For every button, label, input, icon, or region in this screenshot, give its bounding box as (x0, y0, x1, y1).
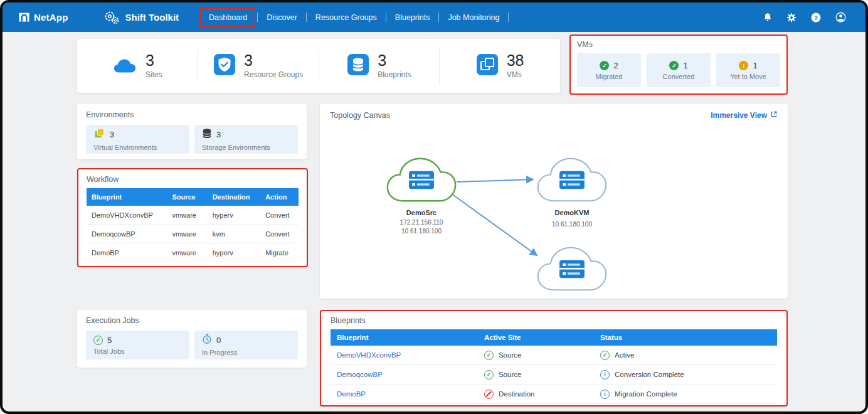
virtual-environments-stat: 3 Virtual Environments (86, 125, 189, 154)
shield-check-icon (213, 53, 236, 78)
blueprints-table: Blueprint Active Site Status DemoVHDXcon… (331, 329, 777, 404)
external-window-icon (770, 110, 778, 120)
vms-panel: VMs ✓ 2 Migrated ✓ 1 Converted ! 1 (569, 34, 788, 95)
virtual-env-count: 3 (110, 130, 114, 139)
brand-name: NetApp (34, 12, 68, 23)
notifications-bell-icon[interactable] (763, 12, 773, 23)
blueprint-link[interactable]: DemoBP (337, 390, 366, 398)
vms-count: 38 (507, 53, 524, 68)
clock-icon (202, 334, 212, 346)
total-jobs-count: 5 (107, 336, 112, 345)
col-status: Status (594, 329, 777, 346)
virtual-env-label: Virtual Environments (93, 144, 157, 151)
warning-circle-icon: ! (739, 61, 748, 70)
check-circle-icon: ✓ (93, 336, 103, 345)
help-icon[interactable]: ? (810, 12, 822, 23)
settings-gear-icon[interactable] (786, 12, 797, 23)
blueprints-header-row: Blueprint Active Site Status (331, 329, 777, 346)
in-progress-label: In Progress (202, 349, 237, 356)
yet-to-move-count: 1 (753, 61, 757, 70)
node-ip: 10.61.180.100 (401, 228, 442, 235)
resource-groups-count: 3 (244, 53, 303, 68)
topology-node-demokvm[interactable]: DemoKVM 10.61.180.100 (538, 159, 606, 228)
active-site-value: Destination (499, 390, 535, 398)
workflow-row: DemoqcowBP vmware kvm Convert (87, 225, 299, 243)
topology-card: Topology Canvas Immersive View (320, 104, 788, 299)
cloud-icon (112, 55, 137, 77)
summary-vms: 38 VMs (440, 49, 560, 83)
summary-blueprints: 3 Blueprints (319, 49, 440, 83)
workflow-row: DemoVHDXconvBP vmware hyperv Convert (87, 206, 299, 225)
topology-node-demosrc[interactable]: DemoSrc 172.21.156.110 10.61.180.100 (388, 159, 455, 235)
col-active-site: Active Site (478, 329, 594, 346)
migrated-label: Migrated (596, 73, 623, 80)
blueprint-row: DemoVHDXconvBP ✓ Source ✓ Active (331, 346, 777, 365)
immersive-view-link[interactable]: Immersive View (711, 110, 778, 120)
topology-canvas[interactable]: DemoSrc 172.21.156.110 10.61.180.100 Dem… (330, 121, 775, 292)
blueprints-label: Blueprints (378, 70, 411, 79)
col-action: Action (260, 188, 299, 206)
storage-env-count: 3 (216, 130, 221, 139)
node-name: DemoSrc (406, 209, 437, 216)
check-circle-icon: ✓ (600, 351, 610, 360)
cell-action: Migrate (260, 243, 299, 262)
nav-item-job-monitoring[interactable]: Job Monitoring (439, 8, 508, 27)
blueprints-title: Blueprints (331, 316, 777, 325)
yet-to-move-label: Yet to Move (730, 73, 766, 80)
col-blueprint: Blueprint (87, 188, 167, 206)
cell-blueprint: DemoVHDXconvBP (87, 206, 167, 225)
status-value: Migration Complete (615, 390, 677, 398)
workflow-table: Blueprint Source Destination Action Demo… (87, 188, 299, 262)
sites-label: Sites (146, 70, 162, 79)
total-jobs-stat: ✓ 5 Total Jobs (86, 331, 189, 359)
cell-source: vmware (167, 225, 207, 243)
netapp-logo-icon (19, 12, 29, 23)
database-icon (347, 53, 369, 78)
summary-card: 3 Sites 3 Resource Groups (77, 39, 560, 93)
app-title: Shift Toolkit (125, 12, 179, 23)
check-circle-icon: ✓ (600, 61, 609, 70)
vms-stats-row: ✓ 2 Migrated ✓ 1 Converted ! 1 Yet to Mo… (577, 53, 780, 87)
nav-links: Dashboard Discover Resource Groups Bluep… (200, 8, 509, 27)
node-name: DemoKVM (554, 209, 589, 216)
immersive-view-label: Immersive View (711, 111, 767, 120)
netapp-brand[interactable]: NetApp (19, 12, 68, 23)
check-circle-icon: ✓ (484, 370, 494, 380)
nav-item-blueprints[interactable]: Blueprints (386, 8, 439, 27)
storage-env-label: Storage Environments (202, 144, 270, 151)
arrow-demosrc-to-demokvm (457, 179, 533, 182)
cell-destination: hyperv (208, 206, 261, 225)
col-blueprint: Blueprint (331, 329, 478, 346)
app-title-group: Shift Toolkit (103, 9, 179, 26)
info-circle-icon: i (600, 370, 610, 380)
shift-toolkit-logo-icon (103, 9, 120, 26)
blueprint-link[interactable]: DemoVHDXconvBP (337, 351, 401, 359)
topology-node-destination[interactable] (538, 248, 606, 290)
node-ip: 10.61.180.100 (552, 221, 592, 228)
in-progress-stat: 0 In Progress (194, 331, 298, 359)
workflow-row: DemoBP vmware hyperv Migrate (87, 243, 299, 262)
environments-card: Environments 3 Virtual Environments (77, 104, 307, 159)
blueprint-link[interactable]: DemoqcowBP (337, 371, 383, 378)
cell-blueprint: DemoqcowBP (87, 225, 167, 243)
active-site-value: Source (499, 351, 521, 359)
workflow-card: Workflow Blueprint Source Destination Ac… (77, 168, 308, 267)
execution-jobs-title: Execution Jobs (86, 316, 298, 325)
nav-item-dashboard[interactable]: Dashboard (200, 8, 256, 27)
sites-count: 3 (146, 53, 162, 68)
vms-panel-title: VMs (577, 40, 780, 49)
workflow-header-row: Blueprint Source Destination Action (87, 188, 299, 206)
active-site-value: Source (499, 371, 521, 378)
blocked-circle-icon (484, 390, 494, 399)
app-window: NetApp Shift Toolkit Dashboard Discover … (0, 0, 868, 414)
in-progress-count: 0 (216, 336, 221, 345)
blueprint-row: DemoBP Destination i Migration Complete (331, 385, 777, 404)
status-value: Conversion Complete (615, 371, 684, 378)
info-circle-icon: i (600, 390, 610, 399)
topology-title: Topology Canvas (330, 111, 390, 120)
account-user-icon[interactable] (835, 11, 847, 23)
migrated-count: 2 (613, 61, 618, 70)
summary-sites: 3 Sites (77, 49, 198, 83)
nav-item-resource-groups[interactable]: Resource Groups (307, 8, 386, 27)
nav-item-discover[interactable]: Discover (258, 8, 306, 27)
